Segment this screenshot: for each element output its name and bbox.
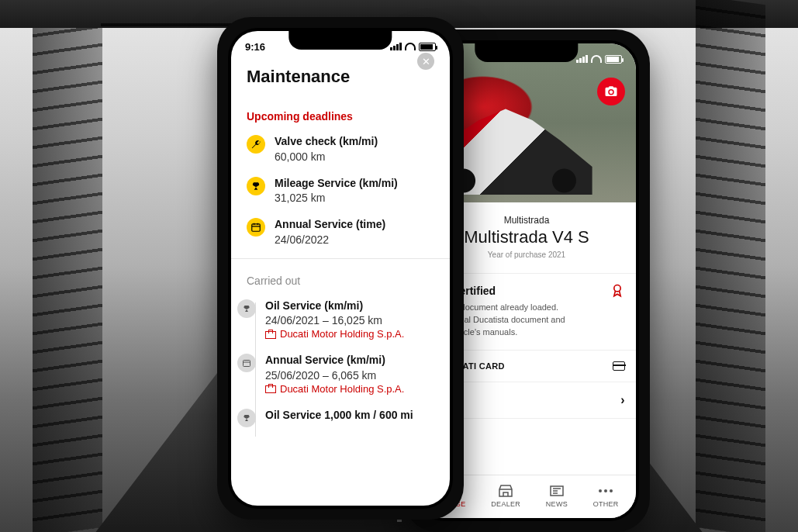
- camera-button[interactable]: [597, 78, 625, 105]
- card-icon: [613, 361, 625, 371]
- tab-dealer[interactable]: DEALER: [491, 484, 520, 508]
- calendar-icon: [237, 354, 256, 372]
- item-title: Annual Service (time): [275, 218, 385, 232]
- dealer-icon: [499, 484, 513, 498]
- signal-icon: [576, 55, 588, 63]
- item-dealer: Ducati Motor Holding S.p.A.: [265, 328, 404, 340]
- building-icon: [265, 384, 276, 393]
- news-icon: [550, 484, 564, 498]
- wrench-icon: [247, 135, 265, 154]
- phone-maintenance: 9:16 Maintenance ✕ Upcoming deadlines: [217, 17, 464, 520]
- svg-rect-2: [252, 224, 261, 231]
- calendar-icon: [247, 218, 265, 237]
- tab-label: NEWS: [546, 500, 568, 508]
- tab-label: OTHER: [593, 500, 619, 508]
- wifi-icon: [591, 55, 602, 63]
- upcoming-item[interactable]: Valve check (km/mi) 60,000 km: [231, 130, 450, 172]
- oil-icon: [237, 299, 256, 318]
- upcoming-item[interactable]: Mileage Service (km/mi) 31,025 km: [231, 172, 450, 214]
- upcoming-item[interactable]: Annual Service (time) 24/06/2022: [231, 213, 450, 255]
- item-dealer: Ducati Motor Holding S.p.A.: [265, 383, 404, 395]
- item-title: Oil Service 1,000 km / 600 mi: [265, 409, 413, 423]
- more-icon: [599, 484, 613, 498]
- signal-icon: [390, 43, 402, 50]
- ribbon-icon: [610, 283, 625, 299]
- tab-other[interactable]: OTHER: [593, 484, 619, 508]
- chevron-right-icon: ›: [620, 393, 625, 407]
- history-item[interactable]: Oil Service 1,000 km / 600 mi: [256, 404, 450, 437]
- status-bar: 9:16: [231, 31, 450, 62]
- carried-out-heading: Carried out: [231, 261, 450, 295]
- item-subtitle: 25/06/2020 – 6,065 km: [265, 369, 404, 382]
- oil-icon: [247, 177, 265, 195]
- item-subtitle: 24/06/2022: [275, 233, 385, 246]
- battery-icon: [605, 55, 622, 64]
- page-title: Maintenance: [247, 67, 350, 87]
- svg-point-0: [614, 285, 620, 292]
- tab-label: DEALER: [491, 500, 520, 508]
- history-timeline: Oil Service (km/mi) 24/06/2021 – 16,025 …: [231, 295, 450, 437]
- item-title: Valve check (km/mi): [275, 135, 378, 149]
- item-subtitle: 31,025 km: [275, 192, 398, 204]
- item-title: Annual Service (km/mi): [265, 354, 404, 368]
- battery-icon: [419, 43, 436, 51]
- item-subtitle: 24/06/2021 – 16,025 km: [265, 314, 404, 326]
- item-title: Mileage Service (km/mi): [275, 177, 398, 191]
- divider: [231, 258, 450, 259]
- status-time: 9:16: [245, 41, 265, 53]
- building-icon: [265, 330, 276, 339]
- camera-icon: [604, 85, 618, 98]
- wifi-icon: [405, 43, 416, 50]
- tab-news[interactable]: NEWS: [546, 484, 568, 508]
- item-subtitle: 60,000 km: [275, 150, 378, 163]
- oil-icon: [237, 409, 256, 427]
- item-title: Oil Service (km/mi): [265, 299, 404, 313]
- history-item[interactable]: Annual Service (km/mi) 25/06/2020 – 6,06…: [256, 349, 450, 404]
- history-item[interactable]: Oil Service (km/mi) 24/06/2021 – 16,025 …: [256, 295, 450, 350]
- svg-rect-3: [244, 361, 250, 367]
- upcoming-heading: Upcoming deadlines: [231, 96, 450, 130]
